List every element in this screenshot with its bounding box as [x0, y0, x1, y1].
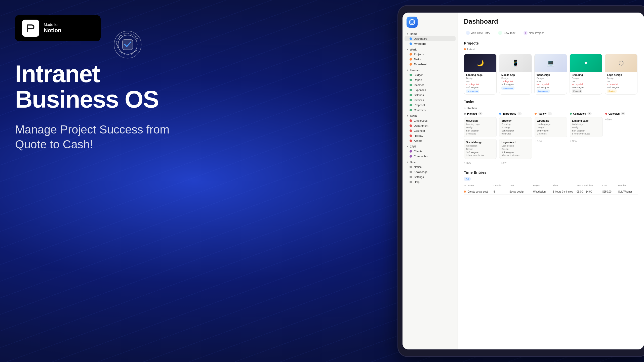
sidebar-dot-proposal	[410, 104, 412, 106]
sidebar-crm-header[interactable]: ▼ CRM	[405, 144, 456, 149]
sidebar-item-incomes[interactable]: Incomes	[405, 82, 456, 87]
project-card-body-4: Branding Design 0% 19 days left Soft Wag…	[570, 72, 602, 94]
dashboard-title: Dashboard	[464, 18, 638, 25]
sidebar-base-header[interactable]: ▼ Base	[405, 160, 456, 164]
kanban-add-canceled[interactable]: + New	[605, 117, 638, 122]
new-project-button[interactable]: + New Project	[521, 30, 546, 36]
project-card-logo[interactable]: ⬡ Logo design Design 0% –2 days left Sof…	[605, 54, 637, 95]
project-card-img-5: ⬡	[605, 54, 637, 72]
sidebar-section-team: ▼ Team Employees Department	[405, 114, 456, 143]
kanban-card-landing-completed[interactable]: Landing page Webdesign Design Soft Wagne…	[570, 117, 602, 137]
sidebar-crm-label: CRM	[410, 145, 416, 148]
sidebar-team-header[interactable]: ▼ Team	[405, 114, 456, 118]
sidebar-item-report[interactable]: Report	[405, 77, 456, 82]
sidebar-item-myboard[interactable]: My Board	[405, 41, 456, 46]
kanban-add-completed[interactable]: + New	[570, 139, 602, 144]
sidebar-work-header[interactable]: ▼ Work	[405, 47, 456, 52]
arrow-work-icon: ▼	[407, 48, 409, 51]
status-badge-3: In progress	[537, 89, 550, 93]
sidebar-item-assets[interactable]: Assets	[405, 138, 456, 143]
kanban-add-review[interactable]: + New	[535, 139, 567, 144]
sidebar-dot-salaries	[410, 94, 412, 96]
plus-project-icon: +	[524, 31, 528, 35]
sidebar-item-companies[interactable]: Companies	[405, 154, 456, 159]
sidebar-home-label: Home	[410, 32, 418, 35]
project-card-img-3: 💻	[535, 54, 567, 72]
arrow-finance-icon: ▼	[407, 69, 409, 71]
sidebar-item-salaries[interactable]: Salaries	[405, 93, 456, 98]
th-project: Project	[533, 184, 553, 187]
app-icon-inner	[409, 19, 415, 25]
project-card-body-2: Mobile App Design 19 days left Soft Wagn…	[499, 72, 532, 91]
plus-task-icon: +	[498, 31, 502, 35]
th-start-end: Start – End time	[577, 184, 602, 187]
sidebar-item-tasks[interactable]: Tasks	[405, 57, 456, 62]
kanban-card-social-design[interactable]: Social design Webdesign Design Soft Wagn…	[464, 139, 497, 159]
new-task-label: New Task	[503, 31, 515, 34]
sidebar-item-proposal[interactable]: Proposal	[405, 103, 456, 108]
sidebar-dot-dashboard	[410, 37, 412, 40]
new-task-button[interactable]: + New Task	[496, 30, 517, 36]
sidebar-item-dashboard[interactable]: Dashboard	[405, 36, 456, 41]
sidebar-item-calendar[interactable]: Calendar	[405, 128, 456, 133]
col-dot-canceled	[605, 113, 607, 115]
project-card-mobile[interactable]: 📱 Mobile App Design 19 days left Soft Wa…	[499, 54, 532, 95]
sidebar-item-expenses[interactable]: Expenses	[405, 87, 456, 93]
sidebar-item-employees[interactable]: Employees	[405, 118, 456, 123]
main-content: Dashboard + Add Time Entry + New Task +	[458, 13, 644, 349]
kanban-col-inprogress: In progress 2 Strategy Branding Strategy…	[499, 112, 532, 165]
kanban-add-inprogress[interactable]: + New	[499, 160, 532, 165]
sidebar-projects-label: Projects	[414, 53, 424, 56]
filter-dot	[464, 48, 466, 50]
sidebar-section-finance: ▼ Finance Budget Report	[405, 68, 456, 113]
arrow-team-icon: ▼	[407, 115, 409, 117]
sidebar-item-settings[interactable]: Settings	[405, 174, 456, 179]
sidebar-item-notice[interactable]: Notice	[405, 164, 456, 169]
kanban-col-review: Review 1 Wireframe Landing page Design S…	[535, 112, 567, 165]
kanban-header-inprogress: In progress 2	[499, 112, 532, 115]
col-dot-inprogress	[499, 113, 501, 115]
sidebar-section-crm: ▼ CRM Clients Companies	[405, 144, 456, 159]
sidebar-item-timesheet[interactable]: Timesheet	[405, 62, 456, 67]
kanban-board: Planned 2 UI Design Landing page Design …	[464, 112, 638, 165]
kanban-card-wireframe[interactable]: Wireframe Landing page Design Soft Wagne…	[535, 117, 567, 137]
sidebar-finance-header[interactable]: ▼ Finance	[405, 68, 456, 72]
th-task: Task	[509, 184, 533, 187]
kanban-header-planned: Planned 2	[464, 112, 497, 115]
td-member: Soft Wagner	[618, 190, 638, 193]
col-dot-review	[535, 113, 537, 115]
project-card-webdesign[interactable]: 💻 Webdesign Design 50% –11 days left Sof…	[534, 54, 567, 95]
kanban-card-strategy[interactable]: Strategy Branding Strategy Soft Wagner 0…	[499, 117, 532, 137]
sidebar-item-knowledge[interactable]: Knowledge	[405, 169, 456, 174]
sidebar-item-budget[interactable]: Budget	[405, 72, 456, 77]
sidebar-item-clients[interactable]: Clients	[405, 149, 456, 154]
kanban-card-ui-design[interactable]: UI Design Landing page Design Soft Wagne…	[464, 117, 497, 137]
app-icon	[407, 17, 418, 28]
sidebar-item-contracts[interactable]: Contracts	[405, 108, 456, 113]
sidebar-home-header[interactable]: ▼ Home	[405, 32, 456, 36]
action-row: + Add Time Entry + New Task + New Projec…	[464, 30, 638, 36]
td-project: Webdesign	[533, 190, 553, 193]
time-filter-all[interactable]: All	[464, 177, 471, 181]
sidebar-dot-department	[410, 124, 412, 127]
add-time-entry-button[interactable]: + Add Time Entry	[464, 30, 492, 36]
kanban-card-logo-sketch[interactable]: Logo sketch Logo design Design Soft Wagn…	[499, 139, 532, 159]
sidebar-dashboard-label: Dashboard	[414, 37, 427, 40]
sidebar-item-department[interactable]: Department	[405, 123, 456, 128]
project-card-branding[interactable]: ✦ Branding Design 0% 19 days left Soft W…	[570, 54, 602, 95]
tasks-section: Tasks ⊞ Kanban Planned 2	[464, 100, 638, 165]
time-table-row[interactable]: Create social post 5 Social design Webde…	[464, 189, 638, 195]
th-name: Aa Name	[464, 184, 494, 187]
sidebar-item-projects[interactable]: Projects	[405, 52, 456, 57]
sidebar-item-help[interactable]: Help	[405, 179, 456, 185]
project-card-body-1: Landing page Design 0% –11 days left Sof…	[464, 72, 496, 94]
sidebar-section-work: ▼ Work Projects Tasks	[405, 47, 456, 67]
sidebar-base-label: Base	[410, 161, 416, 164]
sidebar-dot-notice	[410, 166, 412, 168]
sidebar-item-holiday[interactable]: Holiday	[405, 133, 456, 138]
project-card-landing[interactable]: 🌙 Landing page Design 0% –11 days left S…	[464, 54, 497, 95]
sidebar-dot-clients	[410, 150, 412, 153]
sidebar-item-invoices[interactable]: Invoices	[405, 98, 456, 103]
kanban-add-planned[interactable]: + New	[464, 160, 497, 165]
tablet-device: ▼ Home Dashboard My Board	[397, 5, 644, 357]
